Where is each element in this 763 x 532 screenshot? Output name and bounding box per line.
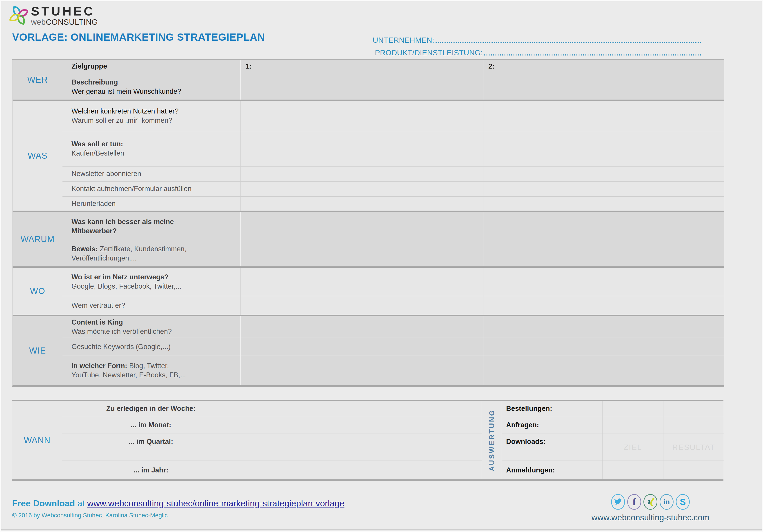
linkedin-icon[interactable]: in bbox=[660, 494, 674, 510]
table-row: Zielgruppe 1: 2: bbox=[62, 60, 724, 74]
download-link[interactable]: www.webconsulting-stuhec/online-marketin… bbox=[87, 498, 345, 508]
answer-cell[interactable] bbox=[483, 212, 724, 241]
table-row: Wo ist er im Netz unterwegs? Google, Blo… bbox=[62, 268, 724, 296]
answer-cell[interactable] bbox=[483, 197, 724, 211]
section-warum: WARUM Was kann ich besser als meine Mitb… bbox=[13, 211, 724, 266]
answer-cell[interactable] bbox=[240, 316, 483, 338]
beschreibung-question: Wer genau ist mein Wunschkunde? bbox=[71, 87, 235, 96]
answer-cell[interactable] bbox=[240, 268, 483, 296]
table-row: Anmeldungen: bbox=[501, 461, 724, 479]
footer-right: f in S www.webconsulting-stuhec.com bbox=[585, 494, 715, 522]
auswertung-rows: Bestellungen: Anfragen: Downloads: ZIEL … bbox=[501, 401, 724, 479]
netz-question: Wo ist er im Netz unterwegs? bbox=[71, 272, 235, 282]
auswertung-column: AUSWERTUNG bbox=[482, 401, 501, 479]
ziel-cell[interactable] bbox=[602, 416, 663, 434]
resultat-watermark: RESULTAT bbox=[663, 434, 724, 461]
section-label-was: WAS bbox=[13, 101, 62, 211]
content-label: Content is King bbox=[71, 318, 235, 327]
zielgruppe-header: Zielgruppe bbox=[62, 60, 240, 74]
answer-cell[interactable] bbox=[483, 268, 724, 296]
free-download-line: Free Download at www.webconsulting-stuhe… bbox=[12, 498, 344, 508]
resultat-cell[interactable] bbox=[663, 416, 724, 434]
answer-cell[interactable] bbox=[240, 356, 483, 385]
woche-label: Zu erledigen in der Woche: bbox=[62, 404, 240, 413]
section-wo: WO Wo ist er im Netz unterwegs? Google, … bbox=[13, 266, 724, 315]
facebook-icon[interactable]: f bbox=[627, 494, 641, 510]
netz-examples: Google, Blogs, Facebook, Twitter,... bbox=[71, 282, 235, 291]
table-row: Bestellungen: bbox=[501, 401, 724, 416]
content-question: Was möchte ich veröffentlichen? bbox=[71, 327, 235, 336]
answer-cell[interactable] bbox=[240, 182, 483, 196]
table-row: Zu erledigen in der Woche: bbox=[62, 401, 482, 416]
answer-cell[interactable] bbox=[240, 197, 483, 211]
section-was: WAS Welchen konkreten Nutzen hat er? War… bbox=[13, 100, 724, 211]
table-row: ... im Quartal: bbox=[62, 434, 482, 461]
free-download-label: Free Download bbox=[12, 498, 75, 508]
answer-cell[interactable] bbox=[240, 131, 483, 166]
answer-cell[interactable] bbox=[483, 74, 724, 100]
answer-cell[interactable] bbox=[483, 241, 724, 266]
answer-cell[interactable] bbox=[483, 182, 724, 196]
bestellungen-label: Bestellungen: bbox=[501, 401, 602, 416]
logo-sphere-icon bbox=[9, 4, 28, 27]
skype-icon[interactable]: S bbox=[676, 494, 690, 510]
resultat-cell[interactable] bbox=[663, 461, 724, 479]
ziel-cell[interactable] bbox=[602, 401, 663, 416]
answer-cell[interactable] bbox=[240, 212, 483, 241]
answer-cell[interactable] bbox=[483, 131, 724, 166]
besser-question: Was kann ich besser als meine Mitbewerbe… bbox=[71, 217, 211, 236]
copyright-text: © 2016 by Webconsulting Stuhec, Karolina… bbox=[12, 512, 344, 519]
fillin-fields: UNTERNEHMEN: PRODUKT/DIENSTLEISTUNG: bbox=[373, 32, 701, 57]
wann-auswertung-table: WANN Zu erledigen in der Woche: ... im M… bbox=[12, 400, 723, 481]
section-label-warum: WARUM bbox=[13, 212, 62, 266]
section-label-wo: WO bbox=[13, 268, 62, 315]
column2-header: 2: bbox=[483, 60, 724, 74]
logo-brand-text: STUHEC bbox=[31, 5, 98, 18]
section-label-wer: WER bbox=[13, 60, 62, 100]
product-label: PRODUKT/DIENSTLEISTUNG: bbox=[375, 48, 483, 57]
ziel-cell[interactable] bbox=[602, 461, 663, 479]
auswertung-label: AUSWERTUNG bbox=[488, 409, 496, 471]
logo-sub-text: webCONSULTING bbox=[31, 18, 98, 26]
product-dotted-line bbox=[484, 54, 701, 55]
answer-cell[interactable] bbox=[240, 101, 483, 131]
answer-cell[interactable] bbox=[240, 296, 483, 315]
tun-answer: Kaufen/Bestellen bbox=[71, 149, 235, 158]
at-text: at bbox=[77, 498, 87, 508]
twitter-icon[interactable] bbox=[611, 494, 625, 510]
strategy-table: WER Zielgruppe 1: 2: Beschreibung Wer ge… bbox=[12, 59, 724, 387]
table-row: Was kann ich besser als meine Mitbewerbe… bbox=[62, 212, 724, 241]
xing-icon[interactable] bbox=[643, 494, 657, 510]
table-row: Content is King Was möchte ich veröffent… bbox=[62, 316, 724, 338]
anmeldungen-label: Anmeldungen: bbox=[501, 461, 602, 479]
table-row: Downloads: ZIEL RESULTAT bbox=[501, 434, 724, 461]
answer-cell[interactable] bbox=[483, 316, 724, 338]
table-row: Herunterladen bbox=[62, 196, 724, 211]
product-field: PRODUKT/DIENSTLEISTUNG: bbox=[373, 45, 701, 57]
answer-cell[interactable] bbox=[483, 166, 724, 181]
table-row: In welcher Form: Blog, Twitter, YouTube,… bbox=[62, 356, 724, 385]
page-title: VORLAGE: ONLINEMARKETING STRATEGIEPLAN bbox=[12, 31, 265, 43]
answer-cell[interactable] bbox=[240, 74, 483, 100]
table-row: Kontakt aufnehmen/Formular ausfüllen bbox=[62, 181, 724, 196]
table-row: ... im Jahr: bbox=[62, 461, 482, 479]
answer-cell[interactable] bbox=[240, 241, 483, 266]
table-row: Beweis: Zertifikate, Kundenstimmen, Verö… bbox=[62, 241, 724, 266]
anfragen-label: Anfragen: bbox=[501, 416, 602, 434]
answer-cell[interactable] bbox=[240, 166, 483, 181]
answer-cell[interactable] bbox=[483, 356, 724, 385]
company-label: UNTERNEHMEN: bbox=[373, 36, 434, 45]
company-field: UNTERNEHMEN: bbox=[373, 32, 701, 45]
answer-cell[interactable] bbox=[483, 338, 724, 356]
resultat-cell[interactable] bbox=[663, 401, 724, 416]
social-icons: f in S bbox=[585, 494, 715, 510]
answer-cell[interactable] bbox=[240, 338, 483, 356]
monat-label: ... im Monat: bbox=[62, 421, 240, 429]
section-label-wann: WANN bbox=[12, 401, 62, 479]
table-row: Gesuchte Keywords (Google,...) bbox=[62, 338, 724, 356]
website-text[interactable]: www.webconsulting-stuhec.com bbox=[585, 513, 715, 522]
downloads-label: Downloads: bbox=[501, 434, 602, 461]
answer-cell[interactable] bbox=[483, 101, 724, 131]
answer-cell[interactable] bbox=[483, 296, 724, 315]
table-row: Anfragen: bbox=[501, 416, 724, 434]
